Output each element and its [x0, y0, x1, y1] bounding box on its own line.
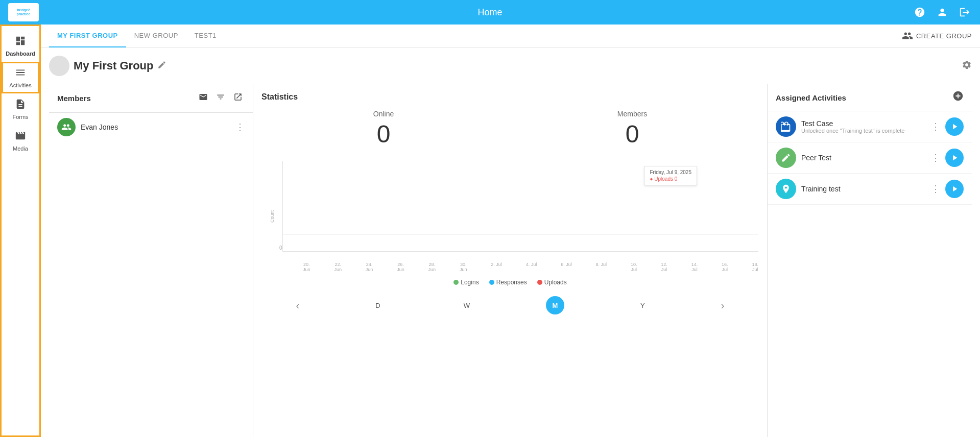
online-value: 0 [373, 120, 394, 148]
activities-icon [15, 67, 26, 81]
x-label: 12.Jul [661, 262, 667, 272]
assigned-activities-header: Assigned Activities [768, 84, 972, 111]
help-icon[interactable] [913, 5, 927, 19]
time-btn-d[interactable]: D [368, 298, 387, 313]
activity-name-peer-test: Peer Test [801, 154, 926, 162]
member-name: Evan Jones [81, 123, 230, 131]
activity-arrow-training-test[interactable] [945, 180, 964, 198]
chart-line-area [282, 161, 758, 252]
media-icon [15, 130, 26, 144]
activity-menu-test-case[interactable]: ⋮ [931, 121, 940, 132]
x-axis-labels: 20.Jun 22.Jun 24.Jun 26.Jun 28.Jun 30.Ju… [282, 260, 758, 272]
x-label: 30.Jun [460, 262, 467, 272]
logo: bridge2 practice [8, 3, 39, 21]
x-label: 20.Jun [303, 262, 310, 272]
logout-icon[interactable] [958, 5, 972, 19]
sidebar-item-activities[interactable]: Activities [2, 62, 39, 93]
three-panel: Members [49, 84, 972, 437]
sidebar-item-label-dashboard: Dashboard [6, 51, 35, 57]
sidebar-item-media[interactable]: Media [2, 125, 39, 157]
x-label: 28.Jun [428, 262, 436, 272]
x-label: 22.Jun [334, 262, 342, 272]
activity-info-peer-test: Peer Test [801, 154, 926, 162]
members-stat-value: 0 [617, 120, 647, 148]
activity-menu-peer-test[interactable]: ⋮ [931, 152, 940, 163]
activity-arrow-peer-test[interactable] [945, 149, 964, 167]
time-next-button[interactable]: › [721, 300, 725, 311]
group-settings-icon[interactable] [962, 60, 972, 72]
x-label: 10.Jul [631, 262, 637, 272]
x-label: 6. Jul [561, 262, 572, 272]
activity-info-training-test: Training test [801, 185, 926, 193]
legend-label-responses: Responses [496, 279, 527, 286]
members-title: Members [57, 94, 197, 103]
activity-icon-test-case [776, 116, 796, 137]
legend-label-uploads: Uploads [544, 279, 567, 286]
nav-icons [913, 5, 972, 19]
activity-arrow-test-case[interactable] [945, 117, 964, 136]
chart-legend: Logins Responses Uploads [261, 279, 759, 286]
members-stat: Members 0 [617, 110, 647, 148]
legend-label-logins: Logins [461, 279, 479, 286]
activity-name-training-test: Training test [801, 185, 926, 193]
group-title: My First Group [74, 59, 153, 72]
member-avatar [57, 118, 76, 136]
chart-area: Friday, Jul 9, 2025 ● Uploads 0 Count 0 … [261, 160, 759, 273]
members-header: Members [49, 84, 253, 113]
filter-members-icon[interactable] [214, 90, 227, 106]
dashboard-icon [15, 35, 26, 50]
y-axis-label: Count [270, 210, 275, 223]
time-btn-w[interactable]: W [457, 298, 477, 313]
create-group-label: CREATE GROUP [916, 32, 972, 40]
x-label: 2. Jul [491, 262, 502, 272]
x-label: 16.Jul [722, 262, 728, 272]
time-btn-y[interactable]: Y [633, 298, 652, 313]
time-btn-m[interactable]: M [546, 296, 564, 314]
main-content: MY FIRST GROUP NEW GROUP TEST1 CREATE GR… [41, 25, 980, 437]
stats-numbers: Online 0 Members 0 [261, 110, 759, 148]
legend-dot-uploads [537, 280, 542, 285]
x-label: 24.Jun [366, 262, 373, 272]
activity-item-peer-test: Peer Test ⋮ [768, 142, 972, 174]
assigned-activities-title: Assigned Activities [776, 93, 952, 102]
logo-image: bridge2 practice [8, 3, 39, 21]
members-stat-label: Members [617, 110, 647, 118]
tab-my-first-group[interactable]: MY FIRST GROUP [49, 25, 126, 47]
profile-icon[interactable] [935, 5, 949, 19]
top-navigation: bridge2 practice Home [0, 0, 980, 25]
x-label: 8. Jul [596, 262, 607, 272]
tab-test1[interactable]: TEST1 [186, 25, 225, 47]
tabs-bar: MY FIRST GROUP NEW GROUP TEST1 CREATE GR… [41, 25, 980, 47]
sidebar: Dashboard Activities Forms Media [0, 25, 41, 437]
forms-icon [15, 99, 26, 113]
tab-new-group[interactable]: NEW GROUP [126, 25, 186, 47]
time-navigation: ‹ D W M Y › [261, 286, 759, 319]
add-activity-icon[interactable] [952, 90, 964, 105]
activity-item-test-case: Test Case Unlocked once "Training test" … [768, 111, 972, 142]
activity-name-test-case: Test Case [801, 119, 926, 128]
sidebar-item-label-forms: Forms [12, 114, 28, 120]
content-area: My First Group Members [41, 47, 980, 437]
online-stat: Online 0 [373, 110, 394, 148]
edit-group-icon[interactable] [157, 60, 166, 72]
activity-icon-peer-test [776, 148, 796, 168]
x-label: 4. Jul [526, 262, 537, 272]
export-members-icon[interactable] [231, 90, 245, 106]
activity-item-training-test: Training test ⋮ [768, 174, 972, 205]
page-title: Home [477, 7, 502, 18]
sidebar-item-forms[interactable]: Forms [2, 93, 39, 125]
legend-logins: Logins [453, 279, 479, 286]
activity-sub-test-case: Unlocked once "Training test" is complet… [801, 128, 926, 134]
activity-menu-training-test[interactable]: ⋮ [931, 183, 940, 195]
create-group-button[interactable]: CREATE GROUP [902, 30, 972, 41]
sidebar-item-dashboard[interactable]: Dashboard [2, 30, 39, 62]
time-prev-button[interactable]: ‹ [296, 300, 300, 311]
member-menu-icon[interactable]: ⋮ [235, 122, 245, 133]
group-avatar [49, 56, 69, 76]
assigned-activities-panel: Assigned Activities Test Case Unlocked o… [768, 84, 972, 437]
zero-label: 0 [279, 245, 282, 251]
online-label: Online [373, 110, 394, 118]
email-members-icon[interactable] [197, 90, 210, 106]
legend-dot-responses [489, 280, 494, 285]
x-label: 26.Jun [397, 262, 404, 272]
